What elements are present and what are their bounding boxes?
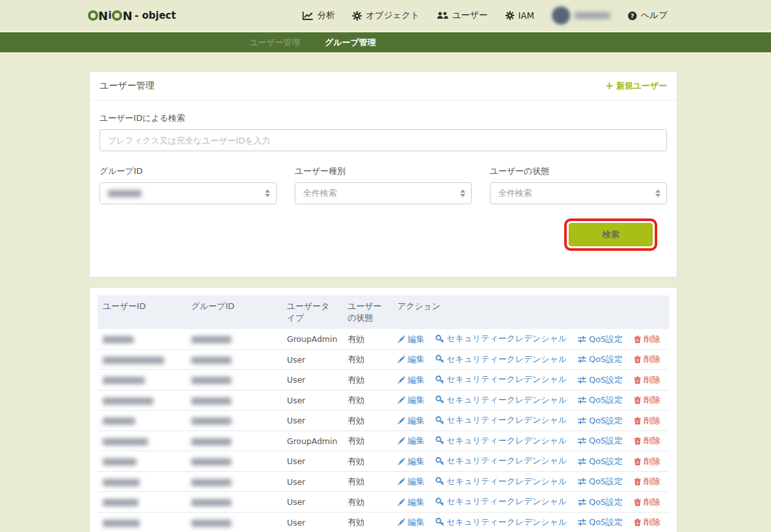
sliders-icon xyxy=(578,396,586,404)
redacted-user-id xyxy=(103,479,140,486)
redacted-user-id xyxy=(103,418,135,425)
delete-button[interactable]: 削除 xyxy=(634,516,660,528)
security-credential-button[interactable]: セキュリティークレデンシャル xyxy=(436,354,567,365)
qos-settings-button[interactable]: QoS設定 xyxy=(578,334,622,345)
security-credential-button[interactable]: セキュリティークレデンシャル xyxy=(436,414,567,426)
edit-button[interactable]: 編集 xyxy=(397,496,425,508)
action-label: QoS設定 xyxy=(589,334,622,345)
trash-icon xyxy=(634,458,641,465)
action-label: 編集 xyxy=(408,516,425,528)
filter-group-id: グループID xyxy=(100,165,277,204)
sliders-icon xyxy=(578,376,586,384)
tab-user-management[interactable]: ユーザー管理 xyxy=(244,34,306,51)
delete-button[interactable]: 削除 xyxy=(634,415,660,427)
delete-button[interactable]: 削除 xyxy=(634,354,660,365)
qos-settings-button[interactable]: QoS設定 xyxy=(578,415,622,427)
nav-item-help[interactable]: ? ヘルプ xyxy=(628,10,668,21)
action-label: 編集 xyxy=(408,354,425,365)
group-id-label: グループID xyxy=(100,165,277,177)
table-row: User 有効 編集 セキュリティークレデンシャル QoS設定 削除 xyxy=(98,370,669,390)
nav-item-label: ユーザー xyxy=(452,10,488,21)
edit-button[interactable]: 編集 xyxy=(397,354,425,365)
security-credential-button[interactable]: セキュリティークレデンシャル xyxy=(436,333,567,345)
account-menu[interactable] xyxy=(552,6,610,25)
security-credential-button[interactable]: セキュリティークレデンシャル xyxy=(436,374,567,385)
qos-settings-button[interactable]: QoS設定 xyxy=(578,354,622,365)
nav-item-objects[interactable]: オブジェクト xyxy=(352,10,419,21)
nav-item-label: オブジェクト xyxy=(366,10,419,21)
delete-button[interactable]: 削除 xyxy=(634,374,660,386)
delete-button[interactable]: 削除 xyxy=(634,435,660,447)
tab-group-management[interactable]: グループ管理 xyxy=(320,34,381,51)
cell-user-status: 有効 xyxy=(343,451,392,472)
nav-item-analytics[interactable]: 分析 xyxy=(302,10,335,21)
qos-settings-button[interactable]: QoS設定 xyxy=(578,374,622,386)
action-label: 削除 xyxy=(644,496,660,508)
key-icon xyxy=(436,518,444,526)
nav-item-users[interactable]: ユーザー xyxy=(437,10,488,21)
filter-user-type: ユーザー種別 全件検索 xyxy=(295,165,472,204)
action-label: セキュリティークレデンシャル xyxy=(447,516,567,528)
column-header-user-status: ユーザーの状態 xyxy=(343,295,392,329)
new-user-label: 新規ユーザー xyxy=(616,80,667,92)
action-label: 削除 xyxy=(644,516,660,528)
table-row: User 有効 編集 セキュリティークレデンシャル QoS設定 削除 xyxy=(98,512,669,532)
table-row: User 有効 編集 セキュリティークレデンシャル QoS設定 削除 xyxy=(98,492,669,513)
delete-button[interactable]: 削除 xyxy=(634,476,660,487)
qos-settings-button[interactable]: QoS設定 xyxy=(578,516,622,528)
search-button-row: 検索 xyxy=(100,204,667,264)
redacted-user-id xyxy=(103,398,153,405)
delete-button[interactable]: 削除 xyxy=(634,456,660,467)
qos-settings-button[interactable]: QoS設定 xyxy=(578,435,622,447)
delete-button[interactable]: 削除 xyxy=(634,334,660,345)
qos-settings-button[interactable]: QoS設定 xyxy=(578,476,622,487)
cell-actions: 編集 セキュリティークレデンシャル QoS設定 削除 xyxy=(392,471,669,492)
search-button[interactable]: 検索 xyxy=(569,223,653,246)
security-credential-button[interactable]: セキュリティークレデンシャル xyxy=(436,516,567,528)
app-logo: NiN- object xyxy=(87,9,176,23)
edit-button[interactable]: 編集 xyxy=(397,415,425,427)
action-label: QoS設定 xyxy=(589,476,622,487)
chart-line-icon xyxy=(302,11,313,21)
cell-user-status: 有効 xyxy=(343,410,392,431)
security-credential-button[interactable]: セキュリティークレデンシャル xyxy=(436,476,567,487)
edit-button[interactable]: 編集 xyxy=(397,374,425,386)
user-id-search-input[interactable] xyxy=(100,129,667,151)
edit-button[interactable]: 編集 xyxy=(397,435,425,447)
page-title: ユーザー管理 xyxy=(100,80,154,92)
user-status-select[interactable]: 全件検索 xyxy=(490,182,667,204)
edit-button[interactable]: 編集 xyxy=(397,456,425,467)
user-type-select[interactable]: 全件検索 xyxy=(295,182,472,204)
qos-settings-button[interactable]: QoS設定 xyxy=(578,456,622,467)
delete-button[interactable]: 削除 xyxy=(634,496,660,508)
action-label: 編集 xyxy=(408,374,425,386)
cell-user-status: 有効 xyxy=(343,370,392,390)
group-id-select[interactable] xyxy=(100,182,277,204)
nav-item-iam[interactable]: IAM xyxy=(505,10,534,21)
edit-button[interactable]: 編集 xyxy=(397,476,425,487)
security-credential-button[interactable]: セキュリティークレデンシャル xyxy=(436,455,567,467)
edit-button[interactable]: 編集 xyxy=(397,394,425,406)
logo-letter: N xyxy=(123,9,133,23)
delete-button[interactable]: 削除 xyxy=(634,394,660,406)
security-credential-button[interactable]: セキュリティークレデンシャル xyxy=(436,435,567,447)
cell-actions: 編集 セキュリティークレデンシャル QoS設定 削除 xyxy=(392,370,669,390)
action-label: QoS設定 xyxy=(589,394,622,406)
pencil-icon xyxy=(397,396,405,404)
edit-button[interactable]: 編集 xyxy=(397,334,425,345)
pencil-icon xyxy=(397,498,405,506)
cell-user-id xyxy=(98,492,186,513)
qos-settings-button[interactable]: QoS設定 xyxy=(578,496,622,508)
security-credential-button[interactable]: セキュリティークレデンシャル xyxy=(436,496,567,507)
qos-settings-button[interactable]: QoS設定 xyxy=(578,394,622,406)
edit-button[interactable]: 編集 xyxy=(397,516,425,528)
cell-group-id xyxy=(186,451,282,472)
question-circle-icon: ? xyxy=(628,11,637,21)
cell-group-id xyxy=(186,431,282,451)
key-icon xyxy=(436,335,444,343)
svg-text:?: ? xyxy=(630,12,633,19)
action-label: 編集 xyxy=(408,394,425,406)
cell-user-id xyxy=(98,512,186,532)
security-credential-button[interactable]: セキュリティークレデンシャル xyxy=(436,394,567,406)
new-user-button[interactable]: + 新規ユーザー xyxy=(606,80,667,92)
